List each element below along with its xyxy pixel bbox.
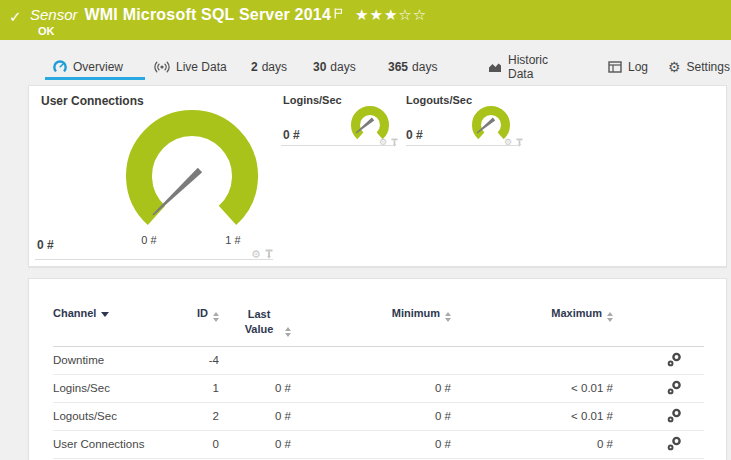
channels-panel: Channel ID Last Value Minimum Maximum [28, 278, 727, 460]
channel-gears-icon [667, 436, 682, 451]
channel-table: Channel ID Last Value Minimum Maximum [53, 303, 704, 459]
table-row: Downtime -4 [53, 346, 704, 374]
channel-settings-button[interactable] [613, 346, 704, 374]
tab-log[interactable]: Log [600, 55, 650, 79]
channel-last-value: 0 # [219, 374, 291, 402]
channel-name: Logins/Sec [53, 374, 183, 402]
gauge-scale-max: 1 # [217, 234, 249, 246]
sensor-header: ✓ Sensor WMI Microsoft SQL Server 2014 ★… [0, 0, 731, 40]
tab-2-days[interactable]: 2 days [243, 55, 295, 79]
gauge-icon [53, 60, 67, 74]
tab-live-data[interactable]: Live Data [146, 55, 232, 79]
log-list-icon [608, 61, 622, 73]
active-tab-underline [45, 77, 145, 80]
channel-name: Logouts/Sec [53, 402, 183, 430]
channel-maximum: < 0.01 # [451, 374, 613, 402]
table-header-row: Channel ID Last Value Minimum Maximum [53, 303, 704, 346]
channel-maximum: < 0.01 # [451, 402, 613, 430]
status-ok-check-icon: ✓ [9, 8, 22, 26]
channel-id: 0 [183, 430, 219, 458]
gauge-title-logins: Logins/Sec [283, 94, 342, 106]
channel-settings-button[interactable] [613, 430, 704, 458]
channel-minimum [291, 346, 451, 374]
sensor-title: WMI Microsoft SQL Server 2014 [85, 6, 331, 24]
channel-name: User Connections [53, 430, 183, 458]
column-header-settings [613, 303, 704, 346]
gauges-panel: User Connections 0 # 1 # 0 # ⚙ Logins/Se… [28, 85, 727, 267]
gauge-settings-gear-icon[interactable]: ⚙ [251, 249, 261, 260]
channel-maximum: 0 # [451, 430, 613, 458]
column-header-maximum[interactable]: Maximum [451, 303, 613, 346]
channel-gears-icon [667, 352, 682, 367]
tab-overview[interactable]: Overview [45, 55, 145, 79]
table-row: User Connections 0 0 # 0 # 0 # [53, 430, 704, 458]
sensor-kind-label: Sensor [30, 6, 78, 23]
logins-value: 0 # [283, 128, 300, 142]
channel-id: 2 [183, 402, 219, 430]
tab-settings[interactable]: ⚙ Settings [660, 55, 728, 79]
channel-id: -4 [183, 346, 219, 374]
tab-bar: Overview Live Data 2 days 30 days 365 da… [0, 40, 731, 85]
channel-name: Downtime [53, 346, 183, 374]
divider [281, 145, 393, 146]
channel-gears-icon [667, 380, 682, 395]
channel-settings-button[interactable] [613, 374, 704, 402]
tab-historic-data-label: Historic Data [508, 53, 574, 81]
gauge-pin-icon[interactable] [516, 133, 523, 151]
divider [406, 145, 518, 146]
sorted-desc-icon [101, 312, 109, 317]
channel-maximum [451, 346, 613, 374]
sort-icon [213, 312, 219, 322]
user-connections-value: 0 # [37, 238, 54, 252]
channel-minimum: 0 # [291, 430, 451, 458]
gauge-scale-min: 0 # [133, 234, 165, 246]
divider [35, 259, 273, 260]
sort-icon [285, 327, 291, 337]
gear-icon: ⚙ [668, 60, 681, 74]
tab-historic-data[interactable]: Historic Data [480, 55, 574, 79]
tab-log-label: Log [628, 60, 648, 74]
logouts-value: 0 # [406, 128, 423, 142]
live-signal-icon [154, 61, 170, 73]
user-connections-gauge [126, 110, 258, 242]
priority-stars[interactable]: ★★★☆☆ [355, 6, 427, 24]
column-header-last-value[interactable]: Last Value [219, 303, 291, 346]
gauge-title-logouts: Logouts/Sec [406, 94, 472, 106]
tab-settings-label: Settings [687, 60, 730, 74]
gauge-title-user-connections: User Connections [41, 94, 144, 108]
sort-icon [445, 312, 451, 322]
gauge-pin-icon[interactable] [265, 245, 273, 263]
tab-overview-label: Overview [73, 60, 123, 74]
channel-id: 1 [183, 374, 219, 402]
tab-30-days[interactable]: 30 days [305, 55, 369, 79]
channel-settings-button[interactable] [613, 402, 704, 430]
channel-last-value: 0 # [219, 430, 291, 458]
channel-minimum: 0 # [291, 374, 451, 402]
table-row: Logins/Sec 1 0 # 0 # < 0.01 # [53, 374, 704, 402]
status-text: OK [38, 25, 55, 37]
channel-last-value: 0 # [219, 402, 291, 430]
gauge-pin-icon[interactable] [391, 133, 398, 151]
flag-icon[interactable] [334, 5, 343, 23]
tab-365-days[interactable]: 365 days [380, 55, 458, 79]
sort-icon [607, 312, 613, 322]
tab-live-data-label: Live Data [176, 60, 227, 74]
area-chart-icon [488, 61, 502, 73]
channel-minimum: 0 # [291, 402, 451, 430]
column-header-minimum[interactable]: Minimum [291, 303, 451, 346]
gauge-needle [152, 168, 202, 216]
channel-gears-icon [667, 408, 682, 423]
channel-last-value [219, 346, 291, 374]
table-row: Logouts/Sec 2 0 # 0 # < 0.01 # [53, 402, 704, 430]
column-header-id[interactable]: ID [183, 303, 219, 346]
column-header-channel[interactable]: Channel [53, 303, 183, 346]
